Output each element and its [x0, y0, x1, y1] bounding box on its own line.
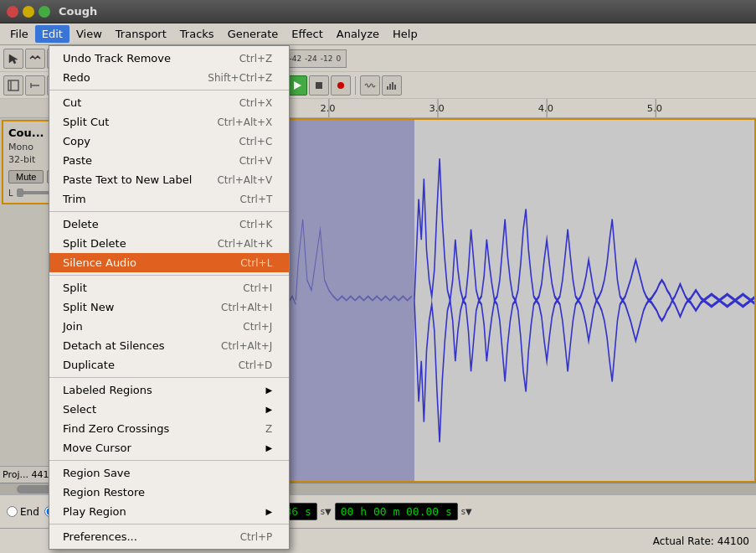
play-region-label: Play Region — [63, 505, 126, 518]
gain-label: L — [8, 189, 13, 198]
actual-rate-label: Actual Rate: — [653, 535, 714, 547]
menu-split-delete[interactable]: Split Delete Ctrl+Alt+K — [49, 234, 289, 253]
record-button[interactable] — [331, 75, 351, 96]
menu-play-region[interactable]: Play Region ▶ — [49, 502, 289, 521]
menu-region-save[interactable]: Region Save — [49, 463, 289, 483]
maximize-button[interactable] — [39, 6, 50, 18]
menu-silence-audio[interactable]: Silence Audio Ctrl+L — [49, 253, 289, 272]
sep6 — [49, 524, 289, 525]
menu-trim[interactable]: Trim Ctrl+T — [49, 189, 289, 209]
play-region-arrow: ▶ — [266, 507, 273, 516]
svg-rect-21 — [316, 82, 322, 89]
end-radio[interactable] — [7, 506, 18, 517]
select-label: Select — [63, 403, 96, 416]
time-mid-label: s▼ — [321, 507, 332, 516]
split-new-shortcut: Ctrl+Alt+I — [221, 302, 272, 313]
menu-redo[interactable]: Redo Shift+Ctrl+Z — [49, 68, 289, 87]
time-end[interactable]: 00 h 00 m 00.00 s — [335, 503, 458, 520]
menu-generate[interactable]: Generate — [221, 25, 285, 43]
menu-help[interactable]: Help — [386, 25, 424, 43]
select-arrow: ▶ — [266, 405, 273, 414]
minimize-button[interactable] — [23, 6, 34, 18]
selection-tool[interactable] — [3, 75, 23, 96]
region-restore-label: Region Restore — [63, 486, 145, 499]
menu-cut[interactable]: Cut Ctrl+X — [49, 93, 289, 112]
move-cursor-label: Move Cursor — [63, 442, 131, 454]
menu-region-restore[interactable]: Region Restore — [49, 483, 289, 502]
menu-preferences[interactable]: Preferences... Ctrl+P — [49, 527, 289, 546]
paste-label: Paste — [63, 154, 92, 167]
menu-undo[interactable]: Undo Track Remove Ctrl+Z — [49, 49, 289, 68]
find-zero-shortcut: Z — [265, 423, 272, 435]
mute-button[interactable]: Mute — [8, 170, 44, 183]
menu-paste[interactable]: Paste Ctrl+V — [49, 151, 289, 170]
menu-split[interactable]: Split Ctrl+I — [49, 278, 289, 297]
copy-label: Copy — [63, 135, 90, 147]
time-right-label: s▼ — [461, 507, 472, 516]
cut-shortcut: Ctrl+X — [239, 97, 273, 109]
menu-split-new[interactable]: Split New Ctrl+Alt+I — [49, 297, 289, 317]
undo-shortcut: Ctrl+Z — [239, 53, 273, 65]
zoom-tool[interactable] — [25, 75, 45, 96]
svg-text:3.0: 3.0 — [429, 103, 445, 114]
spectrum-display[interactable] — [382, 75, 402, 96]
trim-label: Trim — [63, 193, 86, 205]
menu-tracks[interactable]: Tracks — [173, 25, 221, 43]
menu-copy[interactable]: Copy Ctrl+C — [49, 132, 289, 151]
menu-labeled-regions[interactable]: Labeled Regions ▶ — [49, 380, 289, 400]
redo-label: Redo — [63, 71, 90, 84]
cut-label: Cut — [63, 96, 81, 109]
sep1 — [49, 90, 289, 90]
menu-effect[interactable]: Effect — [285, 25, 329, 43]
end-radio-label[interactable]: End — [7, 506, 39, 518]
edit-dropdown-menu: Undo Track Remove Ctrl+Z Redo Shift+Ctrl… — [49, 45, 290, 550]
tool-select[interactable] — [3, 49, 23, 69]
ruler: 2.0 3.0 4.0 5.0 — [268, 99, 756, 117]
svg-rect-5 — [8, 80, 18, 90]
split-shortcut: Ctrl+I — [243, 282, 272, 294]
waveform-area — [268, 118, 756, 483]
menu-join[interactable]: Join Ctrl+J — [49, 317, 289, 336]
menu-move-cursor[interactable]: Move Cursor ▶ — [49, 438, 289, 457]
menu-transport[interactable]: Transport — [109, 25, 173, 43]
menu-detach-silences[interactable]: Detach at Silences Ctrl+Alt+J — [49, 336, 289, 355]
labeled-regions-label: Labeled Regions — [63, 384, 152, 396]
preferences-shortcut: Ctrl+P — [240, 531, 273, 543]
menu-delete[interactable]: Delete Ctrl+K — [49, 214, 289, 234]
close-button[interactable] — [7, 6, 18, 18]
svg-rect-24 — [389, 84, 391, 90]
project-rate: 441 — [32, 469, 49, 480]
menu-file[interactable]: File — [3, 25, 35, 43]
vu-scale-right: -42-24-120 — [286, 49, 347, 68]
split-cut-shortcut: Ctrl+Alt+X — [217, 116, 272, 128]
menu-view[interactable]: View — [69, 25, 109, 43]
menu-analyze[interactable]: Analyze — [330, 25, 386, 43]
svg-text:2.0: 2.0 — [320, 103, 335, 114]
wave-display[interactable] — [360, 75, 380, 96]
menu-edit[interactable]: Edit — [35, 25, 69, 43]
copy-shortcut: Ctrl+C — [239, 136, 273, 147]
find-zero-label: Find Zero Crossings — [63, 422, 169, 435]
svg-text:5.0: 5.0 — [647, 103, 662, 114]
actual-rate-value: 44100 — [717, 535, 749, 547]
title-bar: Cough — [0, 0, 756, 23]
menu-paste-text[interactable]: Paste Text to New Label Ctrl+Alt+V — [49, 170, 289, 189]
dropdown-menu-container: Undo Track Remove Ctrl+Z Redo Shift+Ctrl… — [49, 45, 290, 550]
paste-shortcut: Ctrl+V — [239, 155, 273, 167]
menu-bar: File Edit View Transport Tracks Generate… — [0, 23, 756, 45]
play-button[interactable] — [287, 75, 307, 96]
menu-duplicate[interactable]: Duplicate Ctrl+D — [49, 355, 289, 375]
split-cut-label: Split Cut — [63, 116, 109, 128]
app-title: Cough — [59, 5, 97, 18]
detach-silences-shortcut: Ctrl+Alt+J — [221, 340, 272, 352]
stop-button[interactable] — [309, 75, 329, 96]
silence-audio-shortcut: Ctrl+L — [240, 257, 272, 269]
svg-rect-23 — [387, 86, 388, 90]
menu-find-zero[interactable]: Find Zero Crossings Z — [49, 419, 289, 438]
tool-envelop[interactable] — [25, 49, 45, 69]
duplicate-label: Duplicate — [63, 359, 115, 371]
trim-shortcut: Ctrl+T — [240, 194, 273, 205]
menu-split-cut[interactable]: Split Cut Ctrl+Alt+X — [49, 112, 289, 132]
sep2 — [49, 211, 289, 212]
menu-select[interactable]: Select ▶ — [49, 400, 289, 419]
